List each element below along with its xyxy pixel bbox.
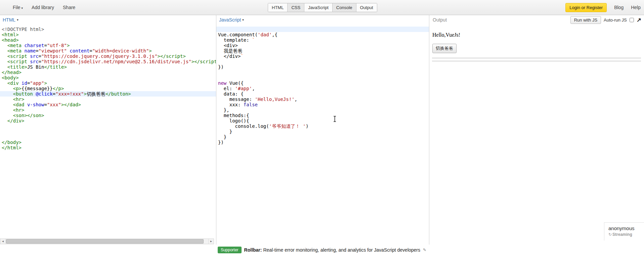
code-line[interactable]: </body> (0, 140, 216, 145)
code-token: @click (36, 91, 53, 97)
scroll-left-button[interactable]: ◄ (0, 239, 6, 244)
code-line[interactable]: data: { (216, 91, 429, 97)
js-code-editor[interactable]: Vue.component('dad',{ template: ` <div> … (216, 25, 429, 245)
code-token: new (218, 80, 226, 86)
code-line[interactable]: xxx: false (216, 102, 429, 107)
tab-javascript[interactable]: JavaScript (304, 3, 332, 12)
code-token: <p> (13, 86, 22, 91)
code-token: "app" (30, 80, 44, 86)
code-line[interactable]: }, (216, 107, 429, 113)
code-line[interactable]: Vue.component('dad',{ (216, 32, 429, 37)
code-line[interactable] (216, 59, 429, 64)
js-panel-title[interactable]: JavaScript (219, 17, 241, 23)
supporter-badge[interactable]: Supporter (218, 247, 242, 253)
tab-html[interactable]: HTML (268, 3, 287, 12)
code-token: } (218, 134, 226, 140)
code-line[interactable]: el: '#app', (216, 86, 429, 91)
code-token: > (44, 80, 47, 86)
toggle-dad-button[interactable]: 切换爸爸 (432, 44, 457, 53)
code-line[interactable]: <title>JS Bin</title> (0, 64, 216, 70)
scroll-right-button[interactable]: ► (208, 239, 214, 244)
rollbar-ad-link[interactable]: Rollbar: Real-time error monitoring, ale… (244, 247, 420, 253)
code-line[interactable]: 我是爸爸 (216, 48, 429, 53)
open-output-new-window-icon[interactable]: ↗ (637, 17, 641, 23)
autorun-js-label: Auto-run JS (604, 17, 627, 23)
code-line[interactable]: <div> (216, 43, 429, 48)
code-line[interactable]: methods:{ (216, 113, 429, 118)
code-token: <script (7, 53, 30, 59)
tab-css[interactable]: CSS (287, 3, 304, 12)
code-line[interactable]: <script src="https://code.jquery.com/jqu… (0, 53, 216, 59)
code-line[interactable]: <head> (0, 37, 216, 43)
code-line[interactable]: <script src="https://cdn.jsdelivr.net/np… (0, 59, 216, 64)
add-library-button[interactable]: Add library (32, 5, 54, 10)
code-line[interactable]: <dad v-show="xxx"></dad> (0, 102, 216, 107)
streaming-status: ↻Streaming (608, 232, 644, 237)
code-token: logo(){ (218, 118, 249, 123)
code-token: = (39, 59, 41, 64)
code-line[interactable]: message: 'Hello,VueJs!', (216, 97, 429, 102)
code-line[interactable]: <body> (0, 75, 216, 80)
code-token: = (89, 48, 92, 53)
code-token: , (252, 86, 255, 91)
chevron-down-icon[interactable]: ▾ (17, 18, 18, 22)
toolbar-right-group: Login or Register Blog Help (565, 0, 641, 15)
code-line[interactable] (216, 75, 429, 80)
code-line[interactable]: <p>{{message}}</p> (0, 86, 216, 91)
scrollbar-thumb[interactable] (6, 239, 204, 244)
html-panel-title[interactable]: HTML (3, 17, 15, 23)
code-token: src (30, 53, 38, 59)
file-menu-button[interactable]: File▾ (13, 5, 23, 10)
code-line[interactable]: </div>` (216, 53, 429, 59)
code-line[interactable] (0, 134, 216, 140)
code-line[interactable]: new Vue({ (216, 80, 429, 86)
code-line[interactable]: <!DOCTYPE html> (0, 27, 216, 32)
code-line[interactable] (216, 27, 429, 32)
panel-divider[interactable] (216, 15, 216, 245)
blog-link[interactable]: Blog (614, 5, 624, 10)
login-register-button[interactable]: Login or Register (565, 3, 607, 12)
code-line[interactable]: <hr> (0, 97, 216, 102)
html-code-editor[interactable]: <!DOCTYPE html><html><head> <meta charse… (0, 25, 216, 239)
code-line[interactable]: }) (216, 140, 429, 145)
code-line[interactable] (0, 123, 216, 129)
chevron-down-icon[interactable]: ▾ (242, 18, 244, 22)
code-token: = (53, 91, 55, 97)
code-line[interactable]: } (216, 129, 429, 134)
code-line[interactable]: console.log('爷爷知道了！ ') (216, 123, 429, 129)
tab-console[interactable]: Console (332, 3, 356, 12)
code-token (2, 59, 7, 64)
user-card[interactable]: anonymous ↻Streaming (604, 222, 644, 241)
code-line[interactable]: </div> (0, 118, 216, 123)
run-with-js-button[interactable]: Run with JS (570, 16, 601, 24)
code-line[interactable]: </head> (0, 70, 216, 75)
code-line[interactable]: <meta name="viewport" content="width=dev… (0, 48, 216, 53)
code-token: <div (7, 80, 22, 86)
output-preview: Hello,VueJs! 切换爸爸 anonymous ↻Streaming (429, 25, 644, 245)
code-token: Vue({ (226, 80, 244, 86)
code-token: src (30, 59, 38, 64)
code-token: Vue.component( (218, 32, 258, 37)
code-token: ` (252, 37, 255, 43)
html-horizontal-scrollbar[interactable]: ◄ ► (0, 239, 214, 244)
code-line[interactable]: <son></son> (0, 113, 216, 118)
code-line[interactable]: <button @click="xxx=!xxx">切换爸爸</button> (0, 91, 216, 97)
code-line[interactable]: <div id="app"> (0, 80, 216, 86)
code-line[interactable]: <hr> (0, 107, 216, 113)
code-line[interactable]: }) (216, 64, 429, 70)
code-line[interactable]: <html> (0, 32, 216, 37)
code-line[interactable]: <meta charset="utf-8"> (0, 43, 216, 48)
help-link[interactable]: Help (631, 5, 641, 10)
code-line[interactable] (216, 70, 429, 75)
share-button[interactable]: Share (63, 5, 75, 10)
code-line[interactable] (0, 129, 216, 134)
code-token (2, 107, 13, 113)
autorun-js-checkbox[interactable] (630, 18, 634, 22)
toolbar-left-group: File▾ Add library Share (13, 0, 75, 15)
code-line[interactable]: </html> (0, 145, 216, 150)
code-line[interactable]: } (216, 134, 429, 140)
code-line[interactable]: logo(){ (216, 118, 429, 123)
code-line[interactable]: template: ` (216, 37, 429, 43)
tab-output[interactable]: Output (356, 3, 377, 12)
code-token: <hr> (13, 107, 25, 113)
